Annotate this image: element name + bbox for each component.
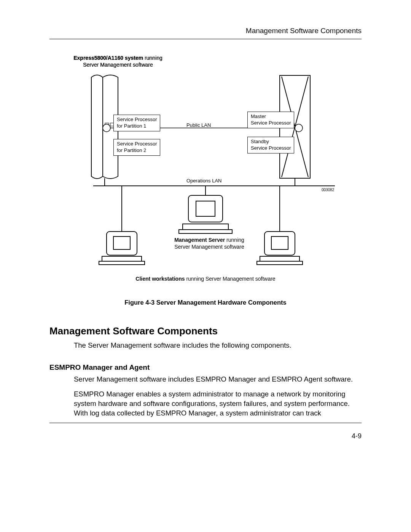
client-workstations-caption: Client workstations running Server Manag… <box>122 275 289 282</box>
svg-rect-15 <box>179 230 232 233</box>
footer-rule <box>49 423 362 423</box>
svg-rect-23 <box>257 261 303 265</box>
management-server-computer-icon <box>179 195 232 233</box>
service-processor-partition1-box: Service Processorfor Partition 1 <box>113 115 160 131</box>
page-number: 4-9 <box>49 432 362 440</box>
figure-caption: Figure 4-3 Server Management Hardware Co… <box>49 299 362 306</box>
svg-point-2 <box>103 124 110 132</box>
svg-rect-14 <box>183 224 228 230</box>
client-workstation-right-icon <box>257 232 303 265</box>
body-paragraph-1: Server Management software includes ESMP… <box>74 375 362 384</box>
section-heading: Management Software Components <box>49 325 362 337</box>
svg-rect-18 <box>102 256 142 261</box>
svg-rect-21 <box>271 236 288 249</box>
running-head: Management Software Components <box>49 27 362 39</box>
public-lan-label: Public LAN <box>186 122 211 128</box>
svg-point-4 <box>295 124 303 132</box>
figure-diagram: Express5800/A1160 system running Server … <box>68 54 342 291</box>
management-server-caption: Management Server running Server Managem… <box>167 236 251 250</box>
svg-rect-19 <box>99 261 145 265</box>
svg-rect-22 <box>260 256 299 261</box>
standby-service-processor-box: StandbyService Processor <box>247 137 294 153</box>
svg-rect-13 <box>196 201 215 216</box>
intro-paragraph: The Server Management software includes … <box>74 341 362 350</box>
client-workstation-left-icon <box>99 232 145 265</box>
master-service-processor-box: MasterService Processor <box>247 112 294 128</box>
right-system-label: Express5800/A1160 system running Server … <box>68 54 167 68</box>
figure-ref-number: 003082 <box>322 188 334 192</box>
body-paragraph-2: ESMPRO Manager enables a system administ… <box>74 390 362 418</box>
operations-lan-label: Operations LAN <box>186 178 222 184</box>
service-processor-partition2-box: Service Processorfor Partition 2 <box>113 139 160 156</box>
svg-rect-17 <box>113 236 130 249</box>
subsection-heading: ESMPRO Manager and Agent <box>49 363 362 372</box>
